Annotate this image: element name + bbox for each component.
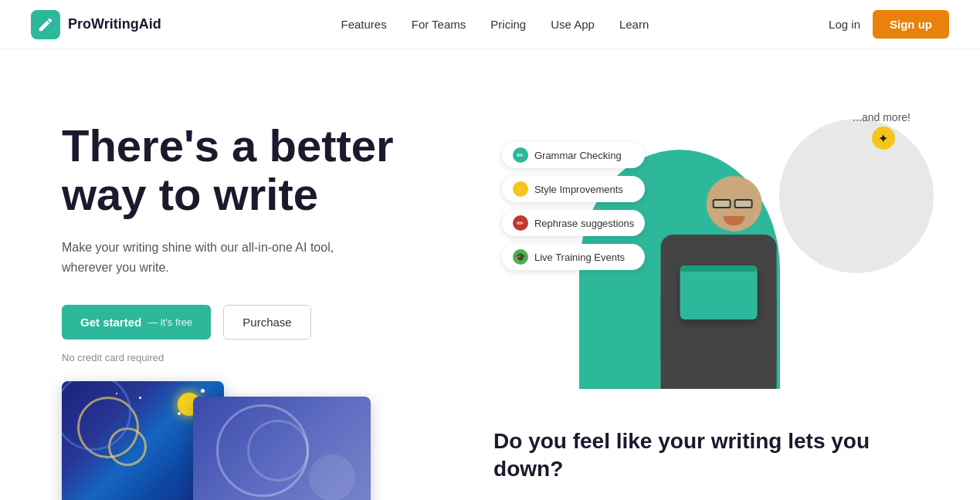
card-blue: My idea in my head <box>193 397 371 500</box>
hero-title: There's a better way to write <box>62 121 533 220</box>
lower-text: Do you feel like your writing lets you d… <box>493 420 918 500</box>
bubble-style: ⚡ Style Improvements <box>502 176 645 202</box>
signup-button[interactable]: Sign up <box>873 10 949 39</box>
nav-actions: Log in Sign up <box>829 10 949 39</box>
nav-item-use-app[interactable]: Use App <box>551 18 595 32</box>
get-started-button[interactable]: Get started — it's free <box>62 305 211 340</box>
nav-link-learn[interactable]: Learn <box>619 18 649 31</box>
star-dot-3 <box>116 393 117 394</box>
get-started-label: Get started <box>80 316 141 329</box>
nav-links: Features For Teams Pricing Use App Learn <box>341 18 649 32</box>
hero-title-line1: There's a better <box>62 120 394 171</box>
feature-bubbles: ✏ Grammar Checking ⚡ Style Improvements … <box>502 142 645 270</box>
style-icon: ⚡ <box>513 181 528 197</box>
star-icon: ✦ <box>872 127 895 150</box>
brand-name: ProWritingAid <box>68 16 161 32</box>
nav-link-use-app[interactable]: Use App <box>551 18 595 31</box>
nav-link-features[interactable]: Features <box>341 18 387 31</box>
lower-title: Do you feel like your writing lets you d… <box>493 427 918 484</box>
nav-link-for-teams[interactable]: For Teams <box>412 18 466 31</box>
blue-swirl-2 <box>247 420 309 481</box>
nav-item-for-teams[interactable]: For Teams <box>412 18 466 32</box>
hero-image-area: ✏ Grammar Checking ⚡ Style Improvements … <box>533 96 918 389</box>
style-label: Style Improvements <box>534 184 623 195</box>
hero-subtitle: Make your writing shine with our all-in-… <box>62 238 386 277</box>
hero-section: There's a better way to write Make your … <box>0 49 980 420</box>
nav-item-features[interactable]: Features <box>341 18 387 32</box>
logo-link[interactable]: ProWritingAid <box>31 10 161 39</box>
grammar-icon: ✏ <box>513 147 528 163</box>
navbar: ProWritingAid Features For Teams Pricing… <box>0 0 980 49</box>
blue-card-background <box>193 397 371 500</box>
star-dot-4 <box>201 389 205 393</box>
more-label: ...and more! <box>853 111 910 123</box>
bubble-grammar: ✏ Grammar Checking <box>502 142 645 168</box>
nav-item-pricing[interactable]: Pricing <box>490 18 526 32</box>
hero-buttons: Get started — it's free Purchase <box>62 305 533 340</box>
lower-images: My idea in my head <box>62 420 447 500</box>
nav-link-pricing[interactable]: Pricing <box>490 18 526 31</box>
grammar-label: Grammar Checking <box>534 150 622 161</box>
hero-title-line2: way to write <box>62 169 318 219</box>
training-icon: 🎓 <box>513 249 528 265</box>
purchase-button[interactable]: Purchase <box>223 305 310 340</box>
nav-item-learn[interactable]: Learn <box>619 18 649 32</box>
logo-icon <box>31 10 60 39</box>
star-dot-1 <box>139 397 141 399</box>
lower-description: We know what it's like to feel the FEAR … <box>493 496 918 500</box>
login-button[interactable]: Log in <box>829 18 860 31</box>
bubble-rephrase: ✏ Rephrase suggestions <box>502 210 645 236</box>
gray-bg-circle <box>779 119 934 273</box>
rephrase-icon: ✏ <box>513 215 528 231</box>
rephrase-label: Rephrase suggestions <box>534 218 634 229</box>
no-credit-text: No credit card required <box>62 352 533 363</box>
training-label: Live Training Events <box>534 252 625 263</box>
lower-section: My idea in my head Do you feel like your… <box>0 420 980 500</box>
free-tag: — it's free <box>148 316 192 328</box>
hero-content: There's a better way to write Make your … <box>62 121 533 364</box>
blue-circle <box>309 454 355 500</box>
bubble-training: 🎓 Live Training Events <box>502 244 645 270</box>
hero-person-figure <box>691 176 777 389</box>
